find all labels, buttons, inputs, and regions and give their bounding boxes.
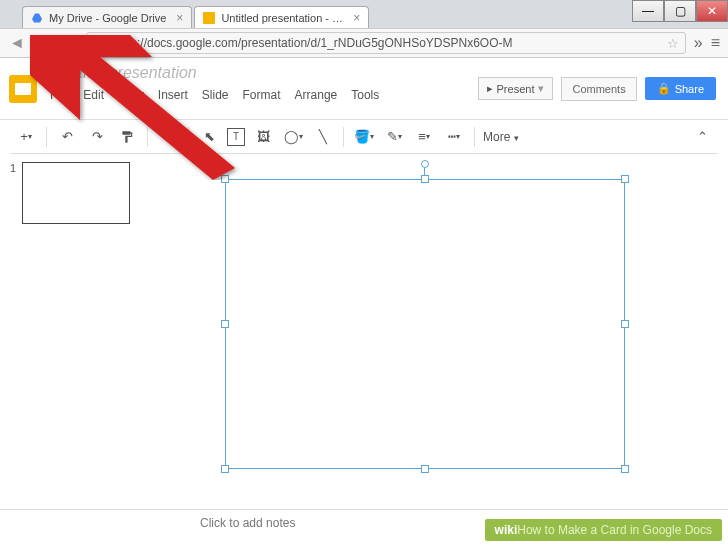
collapse-toolbar-button[interactable]: ⌃ bbox=[690, 125, 714, 149]
browser-address-bar: ◄ ► ⟳ 🔒 https://docs.google.com/presenta… bbox=[0, 28, 728, 58]
slides-icon bbox=[203, 12, 215, 24]
close-tab-icon[interactable]: × bbox=[353, 11, 360, 25]
tab-title: Untitled presentation - Go bbox=[221, 12, 343, 24]
resize-handle-br[interactable] bbox=[621, 465, 629, 473]
slide-number: 1 bbox=[10, 162, 16, 501]
new-slide-button[interactable]: +▾ bbox=[14, 125, 38, 149]
document-title[interactable]: Untitled presentation bbox=[46, 64, 478, 82]
resize-handle-bl[interactable] bbox=[221, 465, 229, 473]
resize-handle-mr[interactable] bbox=[621, 320, 629, 328]
more-tools-button[interactable]: More ▾ bbox=[483, 130, 519, 144]
svg-rect-1 bbox=[203, 12, 215, 24]
image-tool[interactable]: 🖼 bbox=[251, 125, 275, 149]
menu-edit[interactable]: Edit bbox=[83, 88, 104, 102]
browser-tab-bar: My Drive - Google Drive × Untitled prese… bbox=[0, 0, 728, 28]
share-button[interactable]: 🔒 Share bbox=[645, 77, 716, 100]
close-tab-icon[interactable]: × bbox=[176, 11, 183, 25]
menu-view[interactable]: View bbox=[118, 88, 144, 102]
forward-button[interactable]: ► bbox=[34, 34, 52, 52]
menu-file[interactable]: File bbox=[50, 88, 69, 102]
fill-color-button[interactable]: 🪣▾ bbox=[352, 125, 376, 149]
slide-thumbnail-1[interactable] bbox=[22, 162, 130, 224]
lock-icon: 🔒 bbox=[93, 37, 107, 50]
minimize-button[interactable]: — bbox=[632, 0, 664, 22]
line-weight-button[interactable]: ≡▾ bbox=[412, 125, 436, 149]
menu-slide[interactable]: Slide bbox=[202, 88, 229, 102]
resize-handle-bm[interactable] bbox=[421, 465, 429, 473]
menu-bar: File Edit View Insert Slide Format Arran… bbox=[46, 88, 478, 102]
reload-button[interactable]: ⟳ bbox=[60, 34, 78, 52]
url-field[interactable]: 🔒 https://docs.google.com/presentation/d… bbox=[86, 32, 686, 54]
app-logo[interactable] bbox=[0, 58, 46, 119]
tab-title: My Drive - Google Drive bbox=[49, 12, 166, 24]
url-text: https://docs.google.com/presentation/d/1… bbox=[111, 36, 513, 50]
line-tool[interactable]: ╲ bbox=[311, 125, 335, 149]
maximize-button[interactable]: ▢ bbox=[664, 0, 696, 22]
comments-button[interactable]: Comments bbox=[561, 77, 636, 101]
line-color-button[interactable]: ✎▾ bbox=[382, 125, 406, 149]
slide-canvas[interactable] bbox=[185, 154, 728, 509]
browser-menu-icon[interactable]: ≡ bbox=[711, 34, 720, 52]
menu-tools[interactable]: Tools bbox=[351, 88, 379, 102]
menu-arrange[interactable]: Arrange bbox=[295, 88, 338, 102]
line-dash-button[interactable]: ┅▾ bbox=[442, 125, 466, 149]
wikihow-watermark: wikiHow to Make a Card in Google Docs bbox=[485, 519, 722, 541]
resize-handle-tl[interactable] bbox=[221, 175, 229, 183]
resize-handle-ml[interactable] bbox=[221, 320, 229, 328]
present-button[interactable]: ▸ Present ▾ bbox=[478, 77, 554, 100]
svg-marker-0 bbox=[32, 13, 42, 22]
undo-button[interactable]: ↶ bbox=[55, 125, 79, 149]
toolbar: +▾ ↶ ↷ 🔍 ⬉ T 🖼 ◯▾ ╲ 🪣▾ ✎▾ ≡▾ ┅▾ More ▾ ⌃ bbox=[10, 120, 718, 154]
slides-logo-icon bbox=[9, 75, 37, 103]
zoom-button[interactable]: 🔍 bbox=[156, 125, 180, 149]
app-header: Untitled presentation File Edit View Ins… bbox=[0, 58, 728, 120]
lock-icon: 🔒 bbox=[657, 82, 671, 95]
main-workspace: 1 bbox=[0, 154, 728, 509]
play-icon: ▸ bbox=[487, 82, 493, 95]
shape-tool[interactable]: ◯▾ bbox=[281, 125, 305, 149]
select-tool[interactable]: ⬉ bbox=[197, 125, 221, 149]
close-window-button[interactable]: ✕ bbox=[696, 0, 728, 22]
browser-tab-slides[interactable]: Untitled presentation - Go × bbox=[194, 6, 369, 28]
dropdown-icon: ▾ bbox=[538, 82, 544, 95]
redo-button[interactable]: ↷ bbox=[85, 125, 109, 149]
text-box-tool[interactable]: T bbox=[227, 128, 245, 146]
rotate-handle[interactable] bbox=[421, 160, 429, 168]
slide-thumbnail-panel: 1 bbox=[0, 154, 185, 509]
selected-text-box[interactable] bbox=[225, 179, 625, 469]
menu-insert[interactable]: Insert bbox=[158, 88, 188, 102]
drive-icon bbox=[31, 12, 43, 24]
back-button[interactable]: ◄ bbox=[8, 34, 26, 52]
paint-format-button[interactable] bbox=[115, 125, 139, 149]
window-controls: — ▢ ✕ bbox=[632, 0, 728, 22]
resize-handle-tm[interactable] bbox=[421, 175, 429, 183]
resize-handle-tr[interactable] bbox=[621, 175, 629, 183]
browser-tab-drive[interactable]: My Drive - Google Drive × bbox=[22, 6, 192, 28]
extensions-icon[interactable]: » bbox=[694, 34, 703, 52]
bookmark-star-icon[interactable]: ☆ bbox=[667, 36, 679, 51]
menu-format[interactable]: Format bbox=[243, 88, 281, 102]
